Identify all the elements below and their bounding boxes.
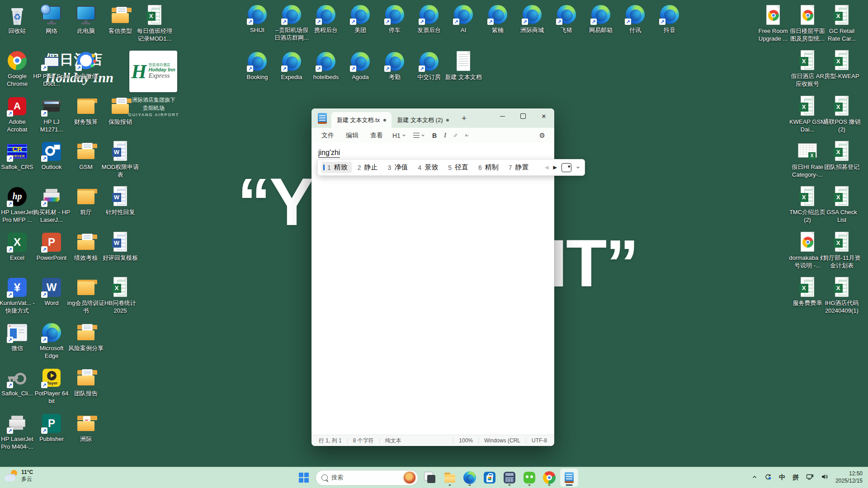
start-button[interactable] (295, 469, 313, 487)
menu-edit[interactable]: 编辑 (340, 130, 364, 141)
new-tab-button[interactable]: + (457, 112, 471, 126)
desktop-icon[interactable]: ↗网易邮箱 (582, 4, 620, 34)
desktop-icon[interactable]: 此电脑 (67, 5, 105, 35)
desktop-icon[interactable]: 前厅 (67, 186, 105, 216)
desktop-icon[interactable]: 假日楼层平面图及房型统... (788, 5, 826, 43)
link-button[interactable] (450, 131, 461, 139)
desktop-icon[interactable]: ↗Expedia (273, 51, 311, 81)
desktop-icon[interactable]: hp↗HP LaserJet Pro MFP ... (0, 186, 36, 224)
desktop-icon[interactable]: ↗微信 (0, 322, 36, 352)
clear-formatting-button[interactable]: A (462, 131, 472, 139)
ime-next-page-button[interactable]: ▶ (553, 164, 557, 170)
tray-sync-icon[interactable] (764, 473, 772, 482)
menu-view[interactable]: 查看 (365, 130, 388, 141)
chevron-down-icon[interactable] (576, 165, 580, 169)
desktop-icon[interactable]: 网络 (33, 5, 71, 35)
desktop-icon[interactable]: ↗洲际商城 (513, 4, 551, 34)
desktop-icon[interactable]: ↗美团 (341, 4, 379, 34)
ime-layout-indicator[interactable]: 拼 (793, 474, 799, 482)
close-button[interactable]: ✕ (533, 108, 554, 124)
desktop-icon[interactable]: ↗停车 (376, 4, 414, 34)
desktop-icon[interactable]: ↗--贵阳机场假日酒店群网... (273, 4, 311, 42)
maximize-button[interactable] (513, 108, 533, 124)
ime-candidate[interactable]: 3净值 (384, 162, 412, 173)
desktop-icon[interactable]: ↗Outlook (33, 141, 71, 171)
ime-candidate[interactable]: 2静止 (354, 162, 382, 173)
desktop-icon[interactable]: XGSA Check List (823, 186, 861, 224)
taskbar-weather-widget[interactable]: 11°C 多云 (5, 469, 33, 483)
ime-mode-indicator[interactable]: 中 (779, 474, 785, 482)
desktop-icon[interactable]: X假日HI Rate Category-... (788, 141, 826, 179)
minimize-button[interactable] (492, 108, 513, 124)
desktop-icon[interactable]: ↗HP LJ M1271... (33, 95, 71, 134)
desktop-icon[interactable]: ↗紫楠 (479, 4, 517, 34)
desktop-icon[interactable]: 客信类型 (101, 5, 139, 35)
desktop-icon[interactable]: X每日值班经理记录MOD1... (136, 5, 174, 43)
desktop-icon[interactable]: Google Chrome (0, 50, 36, 88)
tab-document-2[interactable]: 新建 文本文档 (2) (392, 112, 454, 128)
ime-candidate[interactable]: 7静置 (505, 162, 533, 173)
taskbar-app-task-view[interactable] (421, 469, 439, 487)
desktop-icon[interactable]: GSM (67, 141, 105, 171)
status-zoom-level[interactable]: 100% (453, 437, 478, 444)
taskbar-clock[interactable]: 12:50 2025/12/15 (835, 470, 865, 484)
taskbar-app-wechat[interactable] (520, 469, 538, 487)
ime-candidate[interactable]: 6精制 (474, 162, 503, 173)
desktop-icon[interactable]: ↗SHIJI (238, 4, 276, 34)
desktop-icon[interactable]: A↗Adobe Acrobat (0, 95, 36, 134)
taskbar-app-notepad[interactable] (560, 469, 578, 487)
desktop-icon[interactable]: ↓↗HP Print Scan Doct... (33, 50, 71, 88)
taskbar-app-calculator[interactable] (500, 469, 519, 487)
settings-gear-icon[interactable]: ⚙ (535, 130, 550, 141)
ime-candidate[interactable]: 1精致 (321, 162, 352, 173)
desktop-icon[interactable]: Free Room Upgrade ... (754, 5, 792, 43)
network-icon[interactable] (806, 474, 814, 482)
desktop-icon[interactable]: ↗飞猪 (547, 4, 585, 34)
desktop-icon[interactable]: ¥↗KunlunVat... - 快捷方式 (0, 277, 36, 315)
taskbar-app-chrome[interactable] (540, 469, 558, 487)
desktop-icon[interactable]: X团队招募登记 (823, 141, 861, 171)
desktop-icon[interactable]: ↗企业微信 (67, 50, 105, 80)
desktop-icon[interactable]: 新建 文本文档 (444, 51, 482, 81)
desktop-icon[interactable]: X↗Excel (0, 231, 36, 262)
desktop-icon[interactable]: WMOD权限申请表 (101, 141, 139, 179)
desktop-icon[interactable]: ↗AI (444, 4, 482, 34)
desktop-icon[interactable]: ↗Saflok_Cli... (0, 367, 36, 398)
taskbar-app-store[interactable] (481, 469, 499, 487)
desktop-icon[interactable]: ing会员培训证书 (67, 277, 105, 315)
ime-prev-page-button[interactable]: ◀ (545, 164, 548, 170)
taskbar-search-box[interactable]: 搜索 (316, 470, 418, 486)
desktop-icon[interactable]: W↗Word (33, 277, 71, 307)
desktop-icon[interactable]: Player↗PotPlayer 64 bit (33, 367, 71, 405)
desktop-icon[interactable]: ↗付讯 (616, 4, 654, 34)
desktop-icon[interactable]: 风险案例分享 (67, 322, 105, 352)
desktop-icon[interactable]: X通联POS 撤销(2) (823, 95, 861, 134)
desktop-icon[interactable]: ↗Microsoft Edge (33, 322, 71, 360)
tab-document-1[interactable]: 新建 文本文档.tx (331, 112, 392, 128)
italic-button[interactable]: I (441, 130, 449, 141)
tray-chevron-up-icon[interactable] (752, 474, 757, 481)
desktop-icon[interactable]: ↗中交订房 (410, 51, 448, 81)
ime-candidate[interactable]: 4景致 (414, 162, 442, 173)
list-dropdown[interactable] (410, 131, 428, 140)
taskbar-app-edge[interactable] (461, 469, 479, 487)
desktop-icon[interactable]: dormakaba 灯号说明 -... (788, 231, 826, 270)
desktop-icon[interactable]: X前厅部-11月资金计划表 (823, 231, 861, 270)
desktop-icon[interactable]: P↗PowerPoint (33, 231, 71, 262)
desktop-icon[interactable]: CRSERVER↗Saflok_CRS (0, 141, 36, 171)
desktop-icon[interactable]: X房型-KWEAP (823, 50, 861, 80)
desktop-icon[interactable]: ↗考勤 (376, 51, 414, 81)
desktop-icon[interactable]: XIHG酒店代码20240409(1) (823, 277, 861, 315)
taskbar-app-file-explorer[interactable] (441, 469, 459, 487)
volume-icon[interactable] (821, 474, 828, 482)
desktop-icon[interactable]: P↗Publisher (33, 413, 71, 443)
ime-candidate[interactable]: 5径直 (444, 162, 472, 173)
desktop-icon[interactable]: XTMC介绍总页(2) (788, 186, 826, 224)
desktop-icon[interactable]: XGC Retail Rate Car... (823, 5, 861, 43)
desktop-icon[interactable]: X假日酒店 AR 应收账号 (788, 50, 826, 88)
heading-dropdown[interactable]: H1 (389, 130, 409, 141)
desktop-icon[interactable]: ↗购买耗材 - HP LaserJ... (33, 186, 71, 224)
desktop-icon[interactable]: 绩效考核 (67, 231, 105, 262)
desktop-icon[interactable]: ↗Agoda (341, 51, 379, 81)
desktop-icon[interactable]: W好评回复模板 (101, 231, 139, 262)
